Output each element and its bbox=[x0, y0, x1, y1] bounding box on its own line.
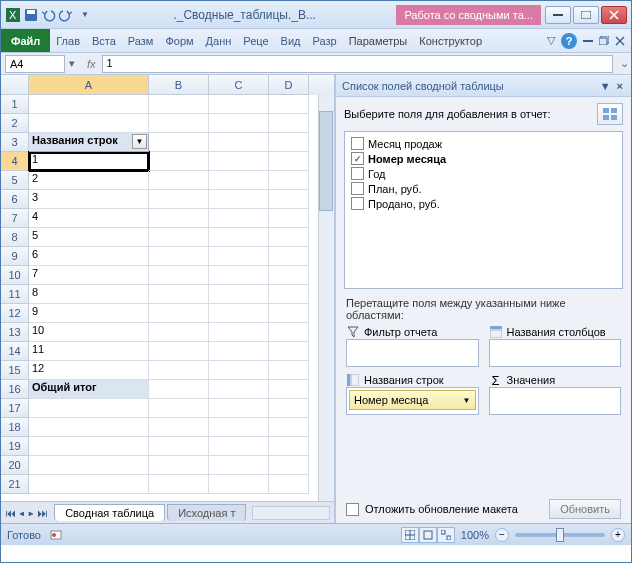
field-checkbox[interactable] bbox=[351, 197, 364, 210]
cell[interactable]: 9 bbox=[29, 304, 149, 323]
ribbon-tab-formulas[interactable]: Форм bbox=[159, 29, 199, 52]
row-header[interactable]: 2 bbox=[1, 114, 29, 133]
ribbon-tab-insert[interactable]: Вста bbox=[86, 29, 122, 52]
horizontal-scrollbar[interactable] bbox=[252, 506, 330, 520]
cell[interactable] bbox=[209, 342, 269, 361]
cell[interactable] bbox=[149, 456, 209, 475]
row-header[interactable]: 18 bbox=[1, 418, 29, 437]
fx-label[interactable]: fx bbox=[81, 58, 102, 70]
cell[interactable] bbox=[269, 323, 309, 342]
cell[interactable]: 11 bbox=[29, 342, 149, 361]
cell[interactable]: 3 bbox=[29, 190, 149, 209]
name-box-dropdown-icon[interactable]: ▾ bbox=[69, 57, 81, 70]
col-header-A[interactable]: A bbox=[29, 75, 149, 95]
row-header[interactable]: 6 bbox=[1, 190, 29, 209]
cell[interactable] bbox=[209, 152, 269, 171]
cell[interactable] bbox=[149, 437, 209, 456]
field-checkbox[interactable] bbox=[351, 182, 364, 195]
sheet-nav[interactable]: ⏮ ◀ ▶ ⏭ bbox=[5, 507, 48, 519]
cell[interactable] bbox=[29, 114, 149, 133]
cell[interactable] bbox=[149, 361, 209, 380]
cell[interactable] bbox=[149, 190, 209, 209]
row-header[interactable]: 17 bbox=[1, 399, 29, 418]
sheet-tab-active[interactable]: Сводная таблица bbox=[54, 504, 165, 521]
cell[interactable] bbox=[149, 95, 209, 114]
doc-restore-icon[interactable] bbox=[599, 36, 609, 45]
cell[interactable] bbox=[269, 114, 309, 133]
row-header[interactable]: 16 bbox=[1, 380, 29, 399]
cell[interactable] bbox=[269, 304, 309, 323]
col-header-D[interactable]: D bbox=[269, 75, 309, 95]
cell[interactable] bbox=[269, 95, 309, 114]
cell[interactable] bbox=[269, 380, 309, 399]
name-box[interactable]: A4 bbox=[5, 55, 65, 73]
cell[interactable] bbox=[149, 399, 209, 418]
zoom-in-button[interactable]: + bbox=[611, 528, 625, 542]
formula-expand-icon[interactable]: ⌄ bbox=[617, 57, 631, 70]
ribbon-tab-options[interactable]: Параметры bbox=[343, 29, 414, 52]
cell[interactable]: 4 bbox=[29, 209, 149, 228]
zoom-out-button[interactable]: − bbox=[495, 528, 509, 542]
cell[interactable] bbox=[269, 247, 309, 266]
cell[interactable] bbox=[29, 475, 149, 494]
cell[interactable] bbox=[209, 228, 269, 247]
row-header[interactable]: 3 bbox=[1, 133, 29, 152]
qat-dropdown-icon[interactable]: ▼ bbox=[77, 7, 93, 23]
update-button[interactable]: Обновить bbox=[549, 499, 621, 519]
field-checkbox[interactable] bbox=[351, 167, 364, 180]
redo-icon[interactable] bbox=[59, 7, 75, 23]
zone-vals-box[interactable] bbox=[489, 387, 622, 415]
cell[interactable]: 5 bbox=[29, 228, 149, 247]
zone-row-item[interactable]: Номер месяца▼ bbox=[349, 390, 476, 410]
ribbon-tab-view[interactable]: Вид bbox=[275, 29, 307, 52]
field-checkbox[interactable] bbox=[351, 137, 364, 150]
field-item[interactable]: ✓Номер месяца bbox=[349, 151, 618, 166]
cell[interactable] bbox=[149, 304, 209, 323]
cell[interactable] bbox=[209, 304, 269, 323]
ribbon-tab-review[interactable]: Реце bbox=[237, 29, 274, 52]
cell[interactable]: 8 bbox=[29, 285, 149, 304]
cell[interactable] bbox=[149, 475, 209, 494]
row-header[interactable]: 9 bbox=[1, 247, 29, 266]
cell[interactable] bbox=[209, 323, 269, 342]
view-normal-button[interactable] bbox=[401, 527, 419, 543]
cell[interactable] bbox=[149, 114, 209, 133]
macro-record-icon[interactable] bbox=[49, 528, 63, 542]
doc-minimize-icon[interactable] bbox=[583, 40, 593, 42]
row-header[interactable]: 13 bbox=[1, 323, 29, 342]
cell[interactable] bbox=[269, 475, 309, 494]
cell[interactable] bbox=[269, 133, 309, 152]
cell[interactable] bbox=[269, 190, 309, 209]
cell[interactable] bbox=[269, 437, 309, 456]
row-header[interactable]: 8 bbox=[1, 228, 29, 247]
field-item[interactable]: Год bbox=[349, 166, 618, 181]
chevron-down-icon[interactable]: ▼ bbox=[463, 396, 471, 405]
view-break-button[interactable] bbox=[437, 527, 455, 543]
cell[interactable]: 12 bbox=[29, 361, 149, 380]
cell[interactable] bbox=[269, 342, 309, 361]
defer-checkbox[interactable] bbox=[346, 503, 359, 516]
cell[interactable] bbox=[149, 133, 209, 152]
cell[interactable] bbox=[209, 95, 269, 114]
minimize-button[interactable] bbox=[545, 6, 571, 24]
cell[interactable] bbox=[149, 285, 209, 304]
ribbon-tab-layout[interactable]: Разм bbox=[122, 29, 160, 52]
cell[interactable] bbox=[29, 418, 149, 437]
cell[interactable] bbox=[149, 342, 209, 361]
ribbon-tab-design[interactable]: Конструктор bbox=[413, 29, 488, 52]
zoom-thumb[interactable] bbox=[556, 528, 564, 542]
pane-close-button[interactable]: × bbox=[615, 80, 625, 92]
cell[interactable] bbox=[29, 437, 149, 456]
cell[interactable] bbox=[149, 323, 209, 342]
cell[interactable] bbox=[29, 95, 149, 114]
zone-rows-box[interactable]: Номер месяца▼ bbox=[346, 387, 479, 415]
view-layout-button[interactable] bbox=[419, 527, 437, 543]
cell[interactable] bbox=[209, 266, 269, 285]
row-header[interactable]: 7 bbox=[1, 209, 29, 228]
cell[interactable] bbox=[209, 190, 269, 209]
cell[interactable] bbox=[149, 418, 209, 437]
row-header[interactable]: 21 bbox=[1, 475, 29, 494]
grid-body[interactable]: 123Названия строк▼4152637485961071181291… bbox=[1, 95, 334, 501]
cell[interactable] bbox=[209, 247, 269, 266]
file-tab[interactable]: Файл bbox=[1, 29, 50, 52]
